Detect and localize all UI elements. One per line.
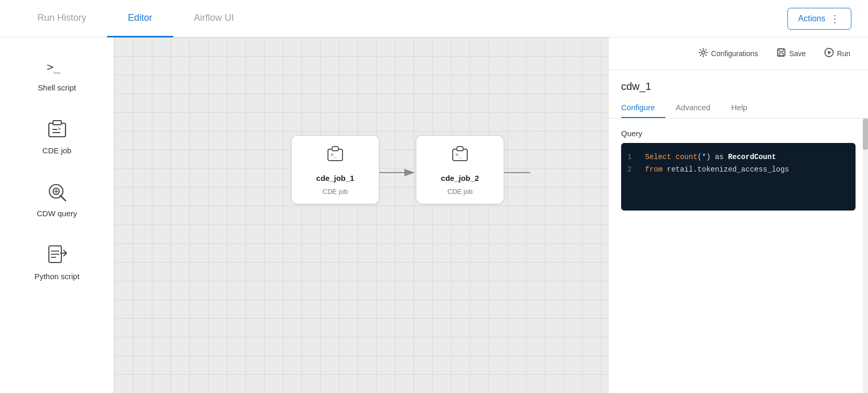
rp-title: cdw_1 xyxy=(609,70,868,98)
rp-tabs: Configure Advanced Help xyxy=(609,98,868,119)
configurations-icon xyxy=(699,48,708,59)
tab-advanced[interactable]: Advanced xyxy=(676,98,721,118)
svg-text:>_: >_ xyxy=(455,152,462,158)
node-cde-job-2-icon: >_ xyxy=(451,146,469,168)
save-icon xyxy=(777,48,786,59)
svg-text:>: > xyxy=(58,126,61,132)
node-cde-job-2-subtitle: CDE job xyxy=(448,188,472,195)
svg-text:>_: >_ xyxy=(331,152,337,158)
node-cde-job-1[interactable]: >_ cde_job_1 CDE job xyxy=(291,135,379,204)
main-content: >_ Shell script > CDE job xyxy=(0,37,868,393)
tab-editor[interactable]: Editor xyxy=(107,0,173,37)
right-panel: Configurations Save xyxy=(608,37,868,393)
tab-run-history[interactable]: Run History xyxy=(17,0,107,37)
sidebar-item-python-script[interactable]: Python script xyxy=(0,237,114,287)
cdw-query-label: CDW query xyxy=(37,209,77,218)
svg-rect-21 xyxy=(457,147,463,151)
svg-rect-18 xyxy=(332,147,338,151)
query-label: Query xyxy=(621,129,856,138)
canvas[interactable]: >_ cde_job_1 CDE job >_ cde_job_2 CDE jo… xyxy=(114,37,608,393)
shell-script-label: Shell script xyxy=(38,83,76,92)
sidebar: >_ Shell script > CDE job xyxy=(0,37,114,393)
line-num-2: 2 xyxy=(627,164,637,176)
run-button[interactable]: Run xyxy=(817,45,858,62)
sidebar-item-shell-script[interactable]: >_ Shell script xyxy=(0,48,114,98)
sidebar-item-cdw-query[interactable]: CDW query xyxy=(0,174,114,224)
rp-toolbar: Configurations Save xyxy=(609,37,868,70)
svg-line-7 xyxy=(60,195,65,201)
svg-marker-28 xyxy=(828,51,832,55)
svg-rect-25 xyxy=(779,49,783,51)
code-line-2: 2 from retail.tokenized_access_logs xyxy=(627,164,849,176)
python-script-label: Python script xyxy=(34,272,80,281)
svg-rect-2 xyxy=(53,121,61,125)
rp-scrollbar[interactable] xyxy=(863,119,868,393)
configurations-button[interactable]: Configurations xyxy=(691,45,765,62)
flow-arrow-svg xyxy=(114,37,608,393)
node-cde-job-2-title: cde_job_2 xyxy=(441,174,479,182)
cdw-query-icon xyxy=(45,180,70,205)
node-cde-job-1-icon: >_ xyxy=(326,146,345,168)
tab-help[interactable]: Help xyxy=(731,98,758,118)
code-line-1-content: Select count(*) as RecordCount xyxy=(645,151,776,164)
cde-job-label: CDE job xyxy=(43,146,72,155)
run-icon xyxy=(824,48,834,59)
svg-rect-24 xyxy=(778,49,785,56)
node-cde-job-1-title: cde_job_1 xyxy=(316,174,354,182)
cde-job-icon: > xyxy=(45,117,70,142)
svg-point-23 xyxy=(702,51,705,54)
rp-scrollbar-thumb[interactable] xyxy=(863,119,868,150)
actions-button[interactable]: Actions ⋮ xyxy=(787,8,851,30)
rp-content: Query 1 Select count(*) as RecordCount 2… xyxy=(609,119,868,393)
actions-more-icon: ⋮ xyxy=(830,12,840,25)
svg-text:>_: >_ xyxy=(47,60,61,73)
tab-airflow-ui[interactable]: Airflow UI xyxy=(173,0,255,37)
node-cde-job-1-subtitle: CDE job xyxy=(323,188,348,195)
code-editor[interactable]: 1 Select count(*) as RecordCount 2 from … xyxy=(621,143,856,211)
code-line-1: 1 Select count(*) as RecordCount xyxy=(627,151,849,164)
node-cde-job-2[interactable]: >_ cde_job_2 CDE job xyxy=(416,135,504,204)
python-script-icon xyxy=(45,243,70,268)
tab-configure[interactable]: Configure xyxy=(621,98,665,118)
canvas-nodes: >_ cde_job_1 CDE job >_ cde_job_2 CDE jo… xyxy=(114,37,608,393)
save-button[interactable]: Save xyxy=(769,45,813,62)
code-line-2-content: from retail.tokenized_access_logs xyxy=(645,164,789,176)
svg-rect-26 xyxy=(779,53,783,56)
line-num-1: 1 xyxy=(627,151,637,164)
sidebar-item-cde-job[interactable]: > CDE job xyxy=(0,111,114,161)
shell-script-icon: >_ xyxy=(45,54,70,79)
header: Run History Editor Airflow UI Actions ⋮ xyxy=(0,0,868,37)
